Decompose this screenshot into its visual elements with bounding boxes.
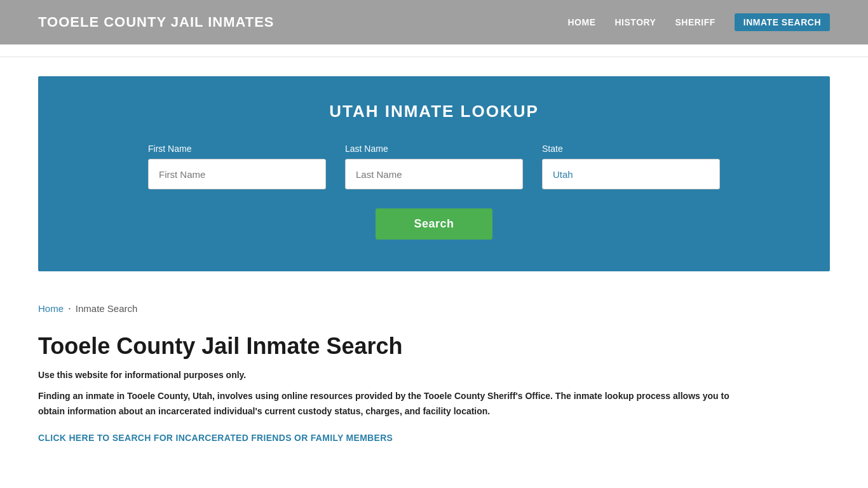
last-name-label: Last Name [345,144,523,154]
nav-home[interactable]: HOME [568,17,596,27]
search-btn-row: Search [76,208,792,240]
cta-link[interactable]: CLICK HERE to Search for Incarcerated Fr… [38,433,393,443]
page-title: Tooele County Jail Inmate Search [38,333,830,360]
last-name-group: Last Name [345,144,523,189]
breadcrumb-separator: • [69,306,71,311]
state-label: State [542,144,720,154]
page-content: Tooele County Jail Inmate Search Use thi… [38,320,830,456]
breadcrumb-current: Inmate Search [76,303,138,314]
lookup-panel: UTAH INMATE LOOKUP First Name Last Name … [38,76,830,271]
first-name-label: First Name [148,144,326,154]
nav-inmate-search[interactable]: INMATE SEARCH [735,13,830,31]
header-bottom-bar [0,44,868,57]
breadcrumb-home-link[interactable]: Home [38,303,64,314]
first-name-input[interactable] [148,159,326,189]
main-content: UTAH INMATE LOOKUP First Name Last Name … [0,76,868,456]
search-button[interactable]: Search [376,208,492,240]
site-title: TOOELE COUNTY JAIL INMATES [38,14,275,30]
nav-sheriff[interactable]: SHERIFF [675,17,715,27]
form-row: First Name Last Name State Utah [76,144,792,189]
last-name-input[interactable] [345,159,523,189]
lookup-title: UTAH INMATE LOOKUP [76,102,792,121]
main-nav: HOME HISTORY SHERIFF INMATE SEARCH [568,13,831,31]
site-header: TOOELE COUNTY JAIL INMATES HOME HISTORY … [0,0,868,44]
state-group: State Utah [542,144,720,189]
nav-history[interactable]: HISTORY [615,17,656,27]
info-short-text: Use this website for informational purpo… [38,370,830,380]
first-name-group: First Name [148,144,326,189]
info-paragraph: Finding an inmate in Tooele County, Utah… [38,389,737,419]
breadcrumb: Home • Inmate Search [38,290,830,320]
state-field[interactable]: Utah [542,159,720,189]
